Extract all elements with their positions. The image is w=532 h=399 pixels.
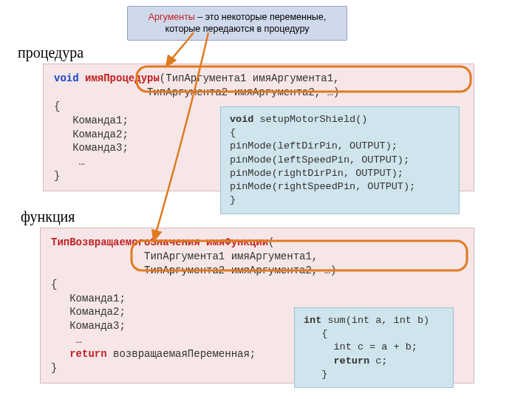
heading-function: функция — [21, 208, 75, 225]
callout-highlight: Аргументы — [149, 12, 195, 22]
procedure-example: void setupMotorShield() { pinMode(leftDi… — [220, 106, 460, 214]
heading-procedure: процедура — [18, 44, 83, 61]
arguments-callout: Аргументы – это некоторые переменные, ко… — [127, 6, 347, 41]
function-example: int sum(int a, int b) { int c = a + b; r… — [294, 307, 454, 388]
